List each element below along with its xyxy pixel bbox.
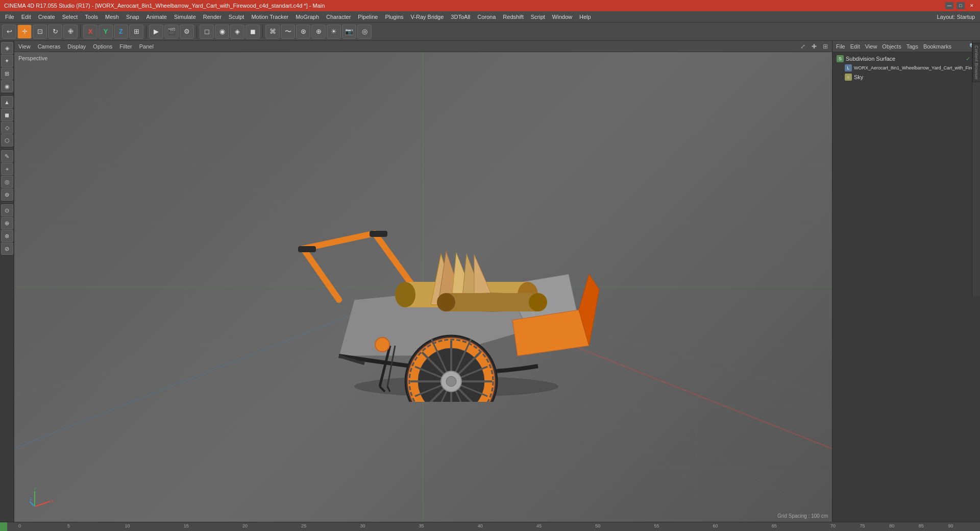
left-tool-1[interactable]: ◈	[1, 42, 13, 54]
left-tool-10[interactable]: ⌖	[1, 163, 13, 175]
left-tool-16[interactable]: ⊘	[1, 243, 13, 255]
menu-mograph[interactable]: MoGraph	[292, 13, 322, 21]
spline-button[interactable]: 〜	[281, 25, 295, 39]
array-button[interactable]: ⊕	[311, 25, 326, 39]
menu-mesh[interactable]: Mesh	[102, 13, 122, 21]
menu-redshift[interactable]: Redshift	[500, 13, 526, 21]
scale-tool-button[interactable]: ⊡	[33, 25, 47, 39]
scene-item-subdivision[interactable]: S Subdivision Surface ✓ ■	[835, 54, 978, 63]
obj-bookmarks-menu[interactable]: Bookmarks	[922, 43, 953, 50]
left-tool-14[interactable]: ⊕	[1, 217, 13, 229]
obj-edit-menu[interactable]: Edit	[849, 43, 862, 50]
ruler-label-90: 90	[948, 523, 953, 528]
move-tool-button[interactable]: ✛	[17, 25, 32, 39]
menu-pipeline[interactable]: Pipeline	[355, 13, 381, 21]
scene-item-sky[interactable]: ○ Sky	[835, 73, 978, 82]
ruler-label-20: 20	[242, 523, 248, 528]
viewport-icon-3[interactable]: ⊞	[821, 43, 830, 50]
obj-objects-menu[interactable]: Objects	[880, 43, 902, 50]
material-button[interactable]: ◎	[357, 25, 372, 39]
left-tool-6[interactable]: ◼	[1, 109, 13, 121]
viewport-display-menu[interactable]: Display	[65, 43, 88, 50]
menu-create[interactable]: Create	[35, 13, 58, 21]
menu-vray[interactable]: V-Ray Bridge	[408, 13, 447, 21]
obj-view-menu[interactable]: View	[864, 43, 879, 50]
rotate-tool-button[interactable]: ↻	[48, 25, 62, 39]
ruler-label-5: 5	[67, 523, 70, 528]
menu-animate[interactable]: Animate	[143, 13, 170, 21]
viewport-filter-menu[interactable]: Filter	[117, 43, 134, 50]
close-button[interactable]: ✕	[968, 2, 976, 9]
viewport-icon-1[interactable]: ⤢	[798, 43, 807, 50]
obj-file-menu[interactable]: File	[835, 43, 847, 50]
left-tool-7[interactable]: ◇	[1, 122, 13, 134]
3d-viewport[interactable]: X Y Z Perspective Grid Spacing : 100 cm	[14, 52, 832, 522]
light-button[interactable]: ☀	[327, 25, 341, 39]
svg-point-40	[395, 282, 415, 307]
camera-button[interactable]: 📷	[342, 25, 356, 39]
menu-corona[interactable]: Corona	[474, 13, 499, 21]
left-tool-13[interactable]: ⊙	[1, 204, 13, 216]
ruler-label-80: 80	[889, 523, 894, 528]
minimize-button[interactable]: —	[945, 2, 953, 9]
scene-item-subdivision-check: ✓	[966, 56, 970, 62]
left-tool-11[interactable]: ◎	[1, 176, 13, 188]
timeline-area: 0 5 10 15 20 25 30 35 40 45 50 55 60 65 …	[0, 522, 980, 531]
viewport-icon-2[interactable]: ✚	[810, 43, 819, 50]
menu-snap[interactable]: Snap	[123, 13, 142, 21]
scene-item-worx[interactable]: L WORX_Aerocart_8in1_Wheelbarrow_Yard_Ca…	[835, 63, 978, 73]
object-mode-button[interactable]: ◻	[200, 25, 214, 39]
z-axis-button[interactable]: Z	[114, 25, 128, 39]
maximize-button[interactable]: □	[957, 2, 965, 9]
axes-indicator: X Y Z	[30, 486, 55, 512]
left-tool-15[interactable]: ⊗	[1, 230, 13, 242]
menu-help[interactable]: Help	[576, 13, 594, 21]
left-tool-2[interactable]: ✦	[1, 55, 13, 67]
timeline-ruler[interactable]: 0 5 10 15 20 25 30 35 40 45 50 55 60 65 …	[0, 522, 980, 531]
menu-sculpt[interactable]: Sculpt	[226, 13, 248, 21]
transform-tool-button[interactable]: ✙	[63, 25, 78, 39]
obj-tags-menu[interactable]: Tags	[905, 43, 920, 50]
timeline-position-indicator	[0, 522, 7, 531]
menu-simulate[interactable]: Simulate	[171, 13, 199, 21]
menu-3dtoall[interactable]: 3DToAll	[448, 13, 473, 21]
world-axis-button[interactable]: ⊞	[129, 25, 143, 39]
menu-select[interactable]: Select	[59, 13, 81, 21]
viewport-panel-menu[interactable]: Panel	[137, 43, 156, 50]
menu-window[interactable]: Window	[549, 13, 575, 21]
menu-plugins[interactable]: Plugins	[382, 13, 406, 21]
viewport-options-menu[interactable]: Options	[91, 43, 114, 50]
left-tool-5[interactable]: ▲	[1, 96, 13, 108]
menu-tools[interactable]: Tools	[82, 13, 101, 21]
left-tool-8[interactable]: ⬡	[1, 134, 13, 147]
point-mode-button[interactable]: ◉	[215, 25, 229, 39]
menu-edit[interactable]: Edit	[18, 13, 34, 21]
viewport-view-menu[interactable]: View	[16, 43, 33, 50]
edge-mode-button[interactable]: ◈	[230, 25, 244, 39]
ruler-label-0: 0	[18, 523, 21, 528]
viewport-toolbar: View Cameras Display Options Filter Pane…	[14, 41, 832, 52]
render-button[interactable]: 🎬	[164, 25, 179, 39]
menu-render[interactable]: Render	[200, 13, 225, 21]
menu-motion-tracker[interactable]: Motion Tracker	[248, 13, 291, 21]
content-browser-tab[interactable]: Content Browser	[972, 43, 981, 82]
menu-script[interactable]: Script	[528, 13, 548, 21]
menu-character[interactable]: Character	[323, 13, 354, 21]
render-settings-button[interactable]: ⚙	[180, 25, 194, 39]
poly-mode-button[interactable]: ◼	[246, 25, 260, 39]
viewport-cameras-menu[interactable]: Cameras	[36, 43, 63, 50]
left-tool-4[interactable]: ◉	[1, 80, 13, 92]
generator-button[interactable]: ⊛	[296, 25, 310, 39]
ruler-label-55: 55	[654, 523, 659, 528]
deform-button[interactable]: ⌘	[265, 25, 280, 39]
y-axis-button[interactable]: Y	[99, 25, 113, 39]
undo-button[interactable]: ↩	[2, 25, 16, 39]
left-tool-3[interactable]: ⊞	[1, 67, 13, 80]
x-axis-button[interactable]: X	[83, 25, 97, 39]
worx-icon: L	[845, 64, 852, 71]
toolbar-sep-2	[146, 26, 146, 38]
left-tool-9[interactable]: ✎	[1, 150, 13, 162]
menu-file[interactable]: File	[2, 13, 17, 21]
render-preview-button[interactable]: ▶	[149, 25, 163, 39]
left-tool-12[interactable]: ⊛	[1, 188, 13, 201]
